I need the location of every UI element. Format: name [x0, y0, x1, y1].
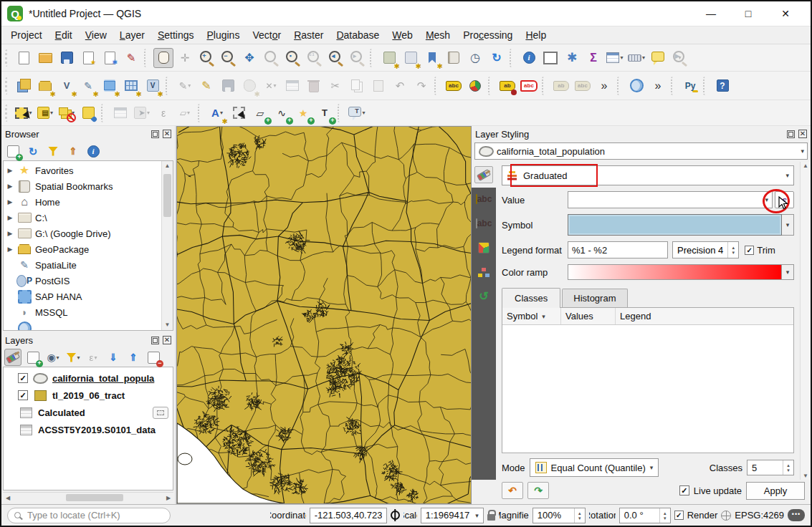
scroll-right-icon[interactable]: ▶ [163, 495, 173, 501]
styling-vertical-scrollbar[interactable]: ▲ ▼ [800, 162, 811, 480]
browser-item-drive-g[interactable]: ▶ G:\ (Google Drive) [4, 226, 161, 241]
magnifier-spinner[interactable]: 100%▴▾ [532, 508, 586, 523]
layer-diagram-icon[interactable] [465, 76, 485, 96]
renderer-selector[interactable]: Graduated ▾ [502, 165, 794, 185]
browser-item-geopackage[interactable]: ▶ GeoPackage [4, 241, 161, 257]
new-shapefile-layer-icon[interactable]: V [57, 76, 77, 96]
highlight-pinned-labels-icon[interactable]: abc [519, 76, 539, 96]
Symbol[interactable]: Symbol▾ [502, 308, 561, 324]
browser-item-mssql[interactable]: ◗ MSSQL [4, 304, 161, 320]
symbol-dropdown[interactable]: ▾ [782, 214, 794, 236]
select-features-icon[interactable]: ▾ [14, 103, 34, 123]
expand-arrow-icon[interactable]: ▶ [6, 230, 14, 237]
new-project-icon[interactable] [14, 48, 34, 68]
menu-processing[interactable]: Processing [457, 27, 519, 43]
expand-arrow-icon[interactable]: ▶ [6, 183, 14, 190]
add-selected-layers-icon[interactable] [4, 142, 22, 160]
refresh-browser-icon[interactable]: ↻ [24, 142, 42, 160]
new-spatialite-layer-icon[interactable]: ✎ [78, 76, 98, 96]
scroll-down-icon[interactable]: ▼ [803, 473, 808, 479]
style-tab-3d-view[interactable] [474, 239, 493, 256]
classes-table-body[interactable] [502, 325, 793, 453]
menu-layer[interactable]: Layer [113, 27, 151, 43]
scroll-up-icon[interactable]: ▲ [803, 163, 808, 169]
color-ramp-preview[interactable] [568, 264, 782, 280]
pin-labels-icon[interactable]: ab [497, 76, 517, 96]
layer-visibility-checkbox[interactable]: ✓ [18, 390, 28, 400]
mode-combo[interactable]: Equal Count (Quantile) ▾ [530, 458, 659, 477]
browser-item-partial[interactable] [4, 320, 161, 330]
render-checkbox[interactable]: ✓ [674, 511, 684, 520]
scale-combo[interactable]: 1:1969417▾ [421, 508, 484, 523]
float-panel-icon[interactable] [787, 130, 795, 138]
Histogram[interactable]: Histogram [562, 289, 627, 307]
locate-input[interactable] [26, 509, 163, 521]
layers-horizontal-scrollbar[interactable]: ◀ ▶ [3, 492, 173, 503]
browser-item-spatialite[interactable]: ✎ SpatiaLite [4, 257, 161, 273]
remove-layer-icon[interactable] [145, 349, 162, 366]
label-toolbar-overflow-icon[interactable]: » [594, 76, 614, 96]
show-layout-manager-icon[interactable]: ✱ [100, 48, 120, 68]
locate-box[interactable] [7, 508, 171, 523]
temporal-controller-icon[interactable]: ◷ [465, 48, 485, 68]
help-contents-icon[interactable]: ? [712, 76, 732, 96]
select-features-location-icon[interactable] [78, 103, 98, 123]
styling-layer-selector[interactable]: california_total_population ▾ [474, 142, 808, 160]
layer-row-acsst5y2019[interactable]: ACSST5Y2019.S0101_data [4, 421, 173, 438]
expand-arrow-icon[interactable]: ▶ [6, 246, 14, 253]
minimize-button[interactable]: — [700, 8, 722, 19]
expand-arrow-icon[interactable]: ▶ [6, 214, 14, 221]
expand-arrow-icon[interactable]: ▶ [6, 167, 14, 174]
new-map-view-icon[interactable] [379, 48, 399, 68]
layer-visibility-checkbox[interactable]: ✓ [18, 373, 28, 383]
style-manager-icon[interactable]: ✎ [121, 48, 141, 68]
browser-item-home[interactable]: ▶ ⌂ Home [4, 194, 161, 210]
menu-mesh[interactable]: Mesh [419, 27, 457, 43]
new-spatial-bookmark-icon[interactable] [422, 48, 442, 68]
symbol-preview[interactable] [568, 214, 782, 236]
add-vector-layer-icon[interactable] [35, 76, 55, 96]
add-wms-layer-icon[interactable] [121, 76, 141, 96]
statistics-summary-icon[interactable]: Σ [583, 48, 603, 68]
filter-legend-icon[interactable]: ▾ [65, 349, 82, 366]
float-panel-icon[interactable] [151, 337, 159, 344]
maximize-button[interactable]: □ [737, 8, 759, 19]
coordinate-input[interactable] [310, 508, 387, 523]
extent-tracking-icon[interactable] [391, 511, 400, 520]
close-panel-icon[interactable]: ✕ [798, 130, 807, 138]
browser-item-drive-c[interactable]: ▶ C:\ [4, 210, 161, 226]
map-canvas[interactable] [176, 126, 472, 504]
close-button[interactable]: ✕ [775, 8, 796, 19]
menu-web[interactable]: Web [386, 27, 419, 43]
style-tab-diagrams[interactable] [474, 264, 493, 281]
value-combo[interactable]: ▾ [568, 191, 773, 208]
style-tab-labels[interactable]: abc [474, 190, 493, 208]
style-tab-masks[interactable]: abc [474, 215, 493, 232]
browser-item-favorites[interactable]: ▶ ★ Favorites [4, 163, 161, 178]
web-toolbar-overflow-icon[interactable]: » [648, 76, 668, 96]
menu-database[interactable]: Database [330, 27, 386, 43]
color-ramp-dropdown[interactable]: ▾ [782, 264, 794, 280]
close-panel-icon[interactable]: ✕ [163, 336, 171, 344]
measure-icon[interactable]: ▾ [626, 48, 646, 68]
open-layer-styling-icon[interactable] [4, 349, 22, 366]
collapse-all-layers-icon[interactable]: ⇑ [125, 349, 142, 366]
spinner-arrows-icon[interactable]: ▴▾ [727, 242, 738, 258]
live-update-checkbox[interactable]: ✓ [679, 485, 689, 495]
deselect-features-icon[interactable]: ▾ [57, 103, 77, 123]
processing-toolbox-icon[interactable]: ✱ [562, 48, 582, 68]
menu-plugins[interactable]: Plugins [200, 27, 246, 43]
new-3d-map-view-icon[interactable] [401, 48, 421, 68]
browser-item-sap-hana[interactable]: SAP HANA [4, 289, 161, 304]
manage-map-themes-icon[interactable]: ◉▾ [44, 349, 62, 366]
layer-row-tl-2019-06-tract[interactable]: ✓ tl_2019_06_tract [4, 387, 173, 404]
add-group-icon[interactable] [24, 349, 42, 366]
new-print-layout-icon[interactable]: ★ [78, 48, 98, 68]
undo-style-button[interactable]: ↶ [502, 482, 523, 499]
show-spatial-bookmarks-icon[interactable] [444, 48, 464, 68]
menu-view[interactable]: View [79, 27, 113, 43]
style-tab-history[interactable]: ↺ [474, 288, 493, 305]
open-data-source-manager-icon[interactable] [14, 76, 34, 96]
create-polygon-annotation-icon[interactable]: ▱ [250, 103, 270, 123]
layer-labeling-icon[interactable]: abc [444, 76, 464, 96]
